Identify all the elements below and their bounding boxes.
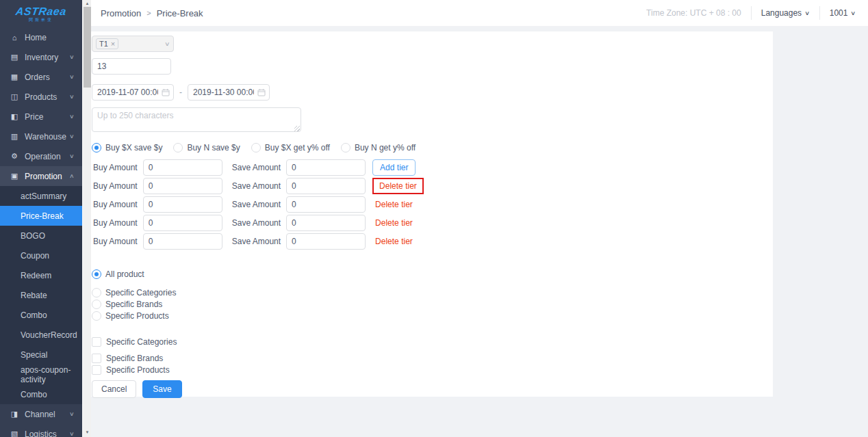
breadcrumb-promotion[interactable]: Promotion: [101, 8, 141, 18]
tier2-save-amount-input[interactable]: [286, 178, 366, 194]
checkbox-icon[interactable]: [92, 365, 101, 375]
tier1-save-amount-input[interactable]: [286, 159, 366, 176]
radio-icon[interactable]: [92, 300, 101, 309]
tier-row-5: Buy Amount Save Amount Delete tier: [93, 233, 773, 250]
tier2-buy-amount-input[interactable]: [143, 178, 222, 194]
chevron-down-icon: ∨: [69, 94, 75, 100]
chevron-down-icon: ∨: [69, 431, 75, 437]
sidebar-item-promotion[interactable]: ▣ Promotion ∧: [0, 166, 82, 186]
mode-option-buy-x-save-y[interactable]: Buy $X save $y: [92, 143, 162, 153]
sidebar-item-label: Orders: [25, 72, 50, 82]
sidebar-item-warehouse[interactable]: ▥ Warehouse ∨: [0, 127, 82, 146]
sidebar-subitem-coupon[interactable]: Coupon: [0, 246, 82, 265]
included-option-specific-brands[interactable]: Specific Brands: [92, 300, 162, 309]
radio-icon[interactable]: [341, 143, 350, 153]
included-option-specific-products[interactable]: Specific Products: [92, 311, 169, 321]
included-option-all-product[interactable]: All product: [92, 269, 144, 279]
breadcrumb-price-break: Price-Break: [157, 8, 203, 18]
store-id-dropdown[interactable]: 1001 ∨: [830, 8, 856, 18]
tier3-buy-amount-input[interactable]: [143, 196, 222, 213]
tier1-buy-amount-input[interactable]: [143, 159, 222, 176]
add-tier-button[interactable]: Add tier: [372, 159, 416, 176]
tier-row-3: Buy Amount Save Amount Delete tier: [93, 196, 773, 213]
sidebar-item-channel[interactable]: ◨ Channel ∨: [0, 404, 82, 424]
excluded-option-specific-categories[interactable]: Specific Categories: [92, 337, 177, 347]
sidebar-item-home[interactable]: ⌂ Home: [0, 27, 82, 47]
timezone-label: Time Zone: UTC + 08 : 00: [646, 8, 741, 18]
save-button[interactable]: Save: [142, 380, 181, 398]
excluded-option-specific-products[interactable]: Specific Products: [92, 365, 170, 375]
scroll-down-icon[interactable]: ▼: [83, 429, 92, 436]
chevron-down-icon: ∨: [69, 114, 75, 120]
checkbox-icon[interactable]: [92, 354, 101, 363]
promotion-store-row: *Promotion Store T1 × ∨: [2, 36, 773, 52]
sidebar-subitem-special[interactable]: Special: [0, 345, 82, 365]
radio-icon[interactable]: [251, 143, 261, 153]
included-option-specific-categories[interactable]: Specific Categories: [92, 288, 176, 297]
promotion-store-select[interactable]: T1 × ∨: [92, 36, 174, 52]
sidebar-item-operation[interactable]: ⚙ Operation ∨: [0, 146, 82, 166]
excluded-option-specific-brands[interactable]: Specific Brands: [92, 354, 163, 363]
resize-handle[interactable]: [294, 126, 300, 131]
mode-option-buy-x-get-pct[interactable]: Buy $X get y% off: [251, 143, 330, 153]
sidebar-subitem-redeem[interactable]: Redeem: [0, 265, 82, 285]
sidebar-item-label: Warehouse: [25, 132, 66, 142]
sidebar-item-inventory[interactable]: ▤ Inventory ∨: [0, 47, 82, 67]
sidebar-item-label: Logistics: [25, 429, 57, 437]
radio-icon[interactable]: [92, 311, 101, 321]
sidebar-subitem-combo[interactable]: Combo: [0, 305, 82, 325]
delete-tier-button-2[interactable]: Delete tier: [376, 179, 420, 193]
sidebar-item-orders[interactable]: ▦ Orders ∨: [0, 67, 82, 87]
calendar-icon[interactable]: [162, 88, 170, 96]
cancel-button[interactable]: Cancel: [92, 380, 136, 398]
sidebar-submenu-promotion: actSummary Price-Break BOGO Coupon Redee…: [0, 186, 82, 404]
calendar-icon[interactable]: [257, 88, 266, 96]
activity-time-row: *Activity time -: [2, 84, 773, 101]
delete-tier-button-3[interactable]: Delete tier: [372, 198, 416, 211]
delete-tier-button-4[interactable]: Delete tier: [372, 216, 416, 230]
tier5-save-amount-input[interactable]: [286, 233, 366, 250]
mode-option-buy-n-save-y[interactable]: Buy N save $y: [173, 143, 240, 153]
sidebar-scrollbar[interactable]: ▲ ▼: [82, 0, 91, 437]
promotion-name-input[interactable]: [92, 58, 171, 75]
mode-option-buy-n-get-pct[interactable]: Buy N get y% off: [341, 143, 416, 153]
radio-checked-icon[interactable]: [92, 269, 101, 279]
tier4-save-amount-input[interactable]: [286, 215, 366, 231]
sidebar-subitem-rebate[interactable]: Rebate: [0, 285, 82, 305]
sidebar-subitem-apos-coupon-activity[interactable]: apos-coupon-activity: [0, 365, 82, 384]
radio-checked-icon[interactable]: [92, 143, 101, 153]
promotion-icon: ▣: [10, 172, 19, 181]
brand-logo-subtext: 阿斯米亚: [29, 18, 53, 23]
sidebar-item-logistics[interactable]: ▧ Logistics ∨: [0, 424, 82, 437]
sidebar-item-price[interactable]: ◧ Price ∨: [0, 107, 82, 127]
description-textarea[interactable]: [92, 107, 301, 132]
tier3-save-amount-input[interactable]: [286, 196, 366, 213]
logistics-icon: ▧: [10, 429, 19, 437]
tier5-buy-amount-input[interactable]: [143, 233, 222, 250]
checkbox-icon[interactable]: [92, 337, 101, 347]
sidebar-subitem-combo-2[interactable]: Combo: [0, 384, 82, 404]
remove-tag-icon[interactable]: ×: [111, 40, 115, 48]
sidebar-subitem-actsummary[interactable]: actSummary: [0, 186, 82, 206]
sidebar-item-products[interactable]: ◫ Products ∨: [0, 87, 82, 107]
sidebar-subitem-price-break[interactable]: Price-Break: [0, 206, 82, 226]
topbar-right: Time Zone: UTC + 08 : 00 Languages ∨ 100…: [646, 6, 856, 20]
radio-icon[interactable]: [92, 288, 101, 297]
scroll-up-icon[interactable]: ▲: [83, 0, 92, 7]
scrollbar-thumb[interactable]: [84, 7, 91, 88]
sidebar-subitem-voucherrecord[interactable]: VoucherRecord: [0, 325, 82, 345]
chevron-down-icon: ∨: [851, 10, 856, 16]
radio-icon[interactable]: [173, 143, 183, 153]
sidebar-subitem-bogo[interactable]: BOGO: [0, 226, 82, 246]
tier4-buy-amount-input[interactable]: [143, 215, 222, 231]
operation-icon: ⚙: [10, 152, 19, 161]
languages-dropdown[interactable]: Languages ∨: [761, 8, 810, 18]
breadcrumb-separator: >: [146, 9, 151, 17]
tier-row-1: Buy Amount Save Amount Add tier: [93, 159, 773, 176]
home-icon: ⌂: [10, 34, 19, 42]
brand-logo-text: ASTRaea: [15, 5, 67, 18]
delete-tier-button-5[interactable]: Delete tier: [372, 235, 416, 248]
brand-logo[interactable]: ASTRaea 阿斯米亚: [0, 0, 82, 27]
chevron-down-icon: ∨: [69, 74, 75, 80]
chevron-down-icon: ∨: [69, 54, 75, 60]
